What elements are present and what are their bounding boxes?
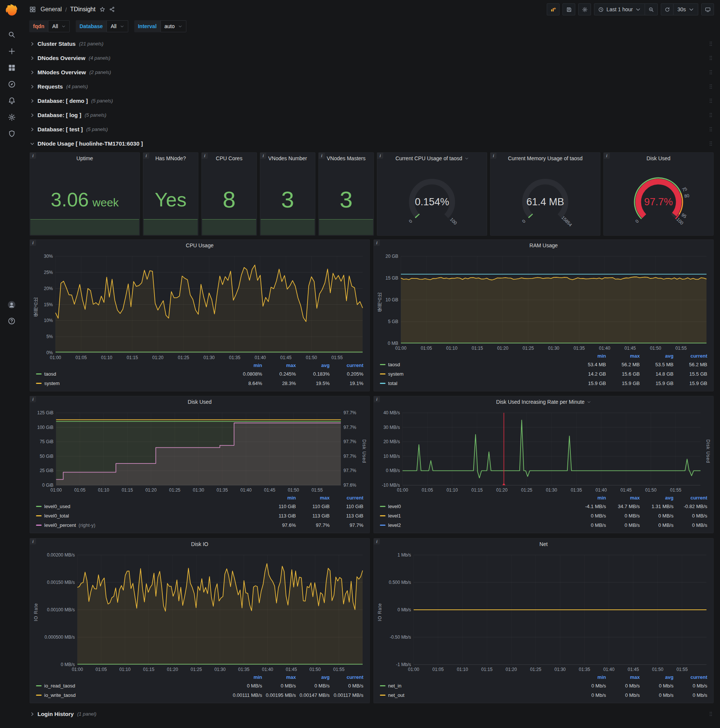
legend-column-header[interactable]: min <box>572 674 606 681</box>
legend-series-level0-total[interactable]: level0_total <box>36 511 262 520</box>
legend-column-header[interactable]: avg <box>640 674 674 681</box>
breadcrumb-dashboard[interactable]: TDinsight <box>70 6 96 13</box>
legend-column-header[interactable]: max <box>606 352 640 360</box>
drag-handle-icon[interactable] <box>708 139 714 148</box>
dashboard-row-login-history[interactable]: Login History(1 panel) <box>30 708 714 719</box>
legend-column-header[interactable]: min <box>228 362 262 369</box>
legend-column-header[interactable]: max <box>262 362 296 369</box>
panel-info-icon[interactable]: i <box>374 396 380 402</box>
legend-column-header[interactable]: avg <box>640 352 674 360</box>
panel-info-icon[interactable]: i <box>30 538 36 544</box>
drag-handle-icon[interactable] <box>708 710 714 718</box>
panel-title[interactable]: RAM Usage <box>374 240 713 251</box>
panel-title[interactable]: Disk IO <box>30 538 369 550</box>
legend-series-level2[interactable]: level2 <box>380 520 572 530</box>
user-avatar[interactable] <box>7 300 16 309</box>
legend-series-system[interactable]: system <box>36 379 228 388</box>
legend-column-header[interactable]: min <box>572 494 606 502</box>
legend-column-header[interactable]: current <box>674 494 707 502</box>
legend-column-header[interactable]: max <box>262 674 296 681</box>
legend-column-header[interactable]: avg <box>296 674 329 681</box>
refresh-interval-picker[interactable]: 30s <box>674 3 698 15</box>
panel-title[interactable]: Disk Used <box>30 396 369 408</box>
legend-column-header[interactable]: current <box>329 362 363 369</box>
legend-column-header[interactable]: current <box>674 352 707 360</box>
panel-title[interactable]: CPU Cores <box>202 153 256 164</box>
panel-title[interactable]: Net <box>374 538 713 550</box>
alerting-icon[interactable] <box>8 97 16 105</box>
legend-column-header[interactable]: max <box>606 494 640 502</box>
legend-column-header[interactable]: max <box>296 494 329 502</box>
breadcrumb-folder[interactable]: General <box>41 6 62 13</box>
star-icon[interactable] <box>99 6 105 12</box>
time-range-picker[interactable]: Last 1 hour <box>594 3 645 15</box>
panel-info-icon[interactable]: i <box>30 396 36 402</box>
add-panel-button[interactable] <box>547 3 560 15</box>
variable-value-dropdown[interactable]: auto <box>160 20 186 32</box>
panel-title[interactable]: VNodes Masters <box>319 153 374 164</box>
legend-series-system[interactable]: system <box>380 369 572 379</box>
legend-series-net-out[interactable]: net_out <box>380 690 572 700</box>
panel-info-icon[interactable]: i <box>491 153 496 159</box>
legend-series-taosd[interactable]: taosd <box>36 369 228 379</box>
drag-handle-icon[interactable] <box>708 96 714 105</box>
dashboard-row-cluster-status[interactable]: Cluster Status(21 panels) <box>30 38 714 49</box>
legend-column-header[interactable]: avg <box>640 494 674 502</box>
dashboard-row-dnodes-overview[interactable]: DNodes Overview(4 panels) <box>30 52 714 63</box>
variable-value-dropdown[interactable]: All <box>48 20 70 32</box>
panel-info-icon[interactable]: i <box>143 153 149 159</box>
legend-column-header[interactable]: min <box>228 674 262 681</box>
dashboard-grid-icon[interactable] <box>29 6 36 13</box>
legend-column-header[interactable]: current <box>329 674 363 681</box>
drag-handle-icon[interactable] <box>708 82 714 91</box>
drag-handle-icon[interactable] <box>708 111 714 119</box>
panel-info-icon[interactable]: i <box>260 153 266 159</box>
legend-series-level0-percent[interactable]: level0_percent(right-y) <box>36 520 262 530</box>
help-icon[interactable] <box>8 317 16 325</box>
drag-handle-icon[interactable] <box>708 125 714 134</box>
dashboard-row-database-log[interactable]: Database: [ log ](5 panels) <box>30 110 714 121</box>
panel-title[interactable]: Has MNode? <box>143 153 198 164</box>
drag-handle-icon[interactable] <box>708 40 714 48</box>
legend-column-header[interactable]: min <box>572 352 606 360</box>
legend-column-header[interactable]: min <box>262 494 296 502</box>
legend-series-net-in[interactable]: net_in <box>380 681 572 690</box>
legend-series-level0[interactable]: level0 <box>380 502 572 511</box>
dashboard-row-database-demo[interactable]: Database: [ demo ](5 panels) <box>30 95 714 106</box>
dashboard-row-database-test[interactable]: Database: [ test ](5 panels) <box>30 124 714 135</box>
panel-info-icon[interactable]: i <box>377 153 383 159</box>
panel-info-icon[interactable]: i <box>374 538 380 544</box>
legend-series-level0-used[interactable]: level0_used <box>36 502 262 511</box>
panel-info-icon[interactable]: i <box>604 153 610 159</box>
variable-value-dropdown[interactable]: All <box>107 20 128 32</box>
cycle-view-button[interactable] <box>701 3 714 15</box>
panel-title[interactable]: CPU Usage <box>30 240 369 251</box>
explore-icon[interactable] <box>8 80 16 88</box>
panel-title[interactable]: Disk Used Increasing Rate per Minute <box>374 396 713 408</box>
dashboard-row-dnode-usage-huolinhe-tm1701-6030[interactable]: DNode Usage [ huolinhe-TM1701:6030 ] <box>30 138 714 149</box>
drag-handle-icon[interactable] <box>708 54 714 62</box>
dashboard-settings-button[interactable] <box>578 3 591 15</box>
share-icon[interactable] <box>109 6 115 12</box>
legend-column-header[interactable]: avg <box>296 362 329 369</box>
panel-title[interactable]: Current Memory Usage of taosd <box>491 153 600 164</box>
legend-series-level1[interactable]: level1 <box>380 511 572 520</box>
legend-column-header[interactable]: current <box>674 674 707 681</box>
panel-title[interactable]: VNodes Number <box>260 153 315 164</box>
panel-title[interactable]: Current CPU Usage of taosd <box>377 153 487 164</box>
panel-info-icon[interactable]: i <box>30 153 36 159</box>
legend-series-io-write-taosd[interactable]: io_write_taosd <box>36 690 228 700</box>
configuration-icon[interactable] <box>8 113 16 121</box>
search-icon[interactable] <box>8 31 16 39</box>
legend-series-total[interactable]: total <box>380 379 572 388</box>
panel-title[interactable]: Disk Used <box>604 153 713 164</box>
save-dashboard-button[interactable] <box>563 3 575 15</box>
panel-info-icon[interactable]: i <box>202 153 208 159</box>
create-icon[interactable] <box>8 47 16 55</box>
dashboard-row-mnodes-overview[interactable]: MNodes Overview(2 panels) <box>30 67 714 78</box>
server-admin-icon[interactable] <box>8 130 16 138</box>
legend-series-taosd[interactable]: taosd <box>380 360 572 369</box>
legend-column-header[interactable]: current <box>329 494 363 502</box>
zoom-out-button[interactable] <box>645 3 658 15</box>
drag-handle-icon[interactable] <box>708 68 714 76</box>
